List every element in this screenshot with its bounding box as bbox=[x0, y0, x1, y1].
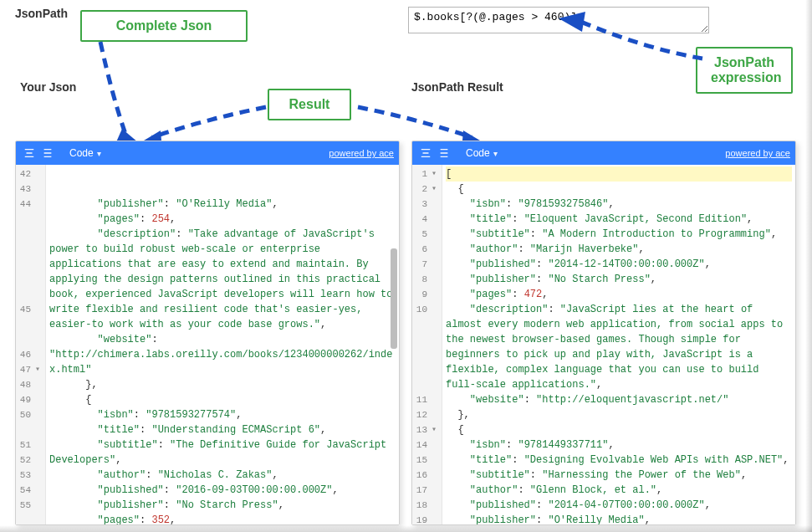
right-editor[interactable]: 1▾2▾345678910111213▾1415161718192021 [ {… bbox=[412, 165, 795, 524]
expand-icon[interactable] bbox=[21, 145, 38, 161]
right-editor-panel: Code powered by ace 1▾2▾345678910111213▾… bbox=[411, 141, 796, 525]
gutter-line: 3 bbox=[414, 197, 437, 212]
arrow-complete-to-left bbox=[79, 37, 146, 154]
gutter-line: 17 bbox=[414, 483, 437, 498]
callout-expression: JsonPath expression bbox=[696, 47, 793, 94]
expand-icon[interactable] bbox=[417, 145, 434, 161]
code-line[interactable]: "subtitle": "Harnessing the Power of the… bbox=[446, 468, 792, 483]
gutter-line: 1▾ bbox=[414, 166, 437, 182]
gutter-line: 55 bbox=[18, 498, 40, 525]
powered-by-link[interactable]: powered by ace bbox=[329, 148, 394, 158]
gutter-line: 5 bbox=[414, 227, 437, 242]
gutter-line: 2▾ bbox=[414, 182, 437, 197]
gutter-line: 51 bbox=[18, 437, 40, 453]
left-editor-panel: Code powered by ace 424344454647▾4849505… bbox=[15, 141, 400, 525]
gutter-line: 12 bbox=[414, 407, 437, 422]
gutter-line: 19 bbox=[414, 513, 437, 525]
code-line[interactable]: "title": "Designing Evolvable Web APIs w… bbox=[446, 453, 792, 468]
jsonpath-input[interactable] bbox=[408, 7, 709, 33]
code-line[interactable]: "website": "http://chimera.labs.oreilly.… bbox=[49, 332, 396, 377]
right-toolbar: Code powered by ace bbox=[412, 141, 795, 165]
left-editor[interactable]: 424344454647▾4849505152535455 "publisher… bbox=[16, 165, 399, 524]
gutter-line: 42 bbox=[18, 166, 40, 182]
gutter-line: 8 bbox=[414, 272, 437, 287]
gutter-line: 10 bbox=[414, 302, 437, 392]
right-content[interactable]: [ { "isbn": "9781593275846", "title": "E… bbox=[442, 165, 795, 524]
gutter-line: 50 bbox=[18, 407, 40, 437]
code-line[interactable]: "author": "Nicholas C. Zakas", bbox=[49, 468, 396, 483]
code-line[interactable]: "subtitle": "A Modern Introduction to Pr… bbox=[446, 227, 792, 242]
gutter-line: 4 bbox=[414, 212, 437, 227]
code-line[interactable]: "pages": 472, bbox=[446, 287, 792, 302]
code-line[interactable]: { bbox=[446, 182, 792, 197]
left-content[interactable]: "publisher": "O'Reilly Media", "pages": … bbox=[46, 165, 399, 524]
gutter-line: 18 bbox=[414, 498, 437, 513]
gutter-line: 15 bbox=[414, 453, 437, 468]
scrollbar-thumb[interactable] bbox=[391, 248, 397, 349]
your-json-label: Your Json bbox=[20, 80, 76, 94]
code-line[interactable]: "subtitle": "The Definitive Guide for Ja… bbox=[49, 437, 396, 468]
collapse-icon[interactable] bbox=[436, 145, 452, 161]
mode-dropdown[interactable]: Code bbox=[466, 147, 498, 159]
code-line[interactable]: "author": "Glenn Block, et al.", bbox=[446, 483, 792, 498]
code-line[interactable]: "website": "http://eloquentjavascript.ne… bbox=[446, 392, 792, 407]
powered-by-link[interactable]: powered by ace bbox=[725, 148, 790, 158]
gutter-line: 14 bbox=[414, 437, 437, 453]
gutter-line: 13▾ bbox=[414, 422, 437, 437]
left-gutter: 424344454647▾4849505152535455 bbox=[16, 165, 46, 524]
code-line[interactable]: "title": "Eloquent JavaScript, Second Ed… bbox=[446, 212, 792, 227]
left-toolbar: Code powered by ace bbox=[16, 141, 399, 165]
gutter-line: 47▾ bbox=[18, 362, 40, 377]
code-line[interactable]: "author": "Marijn Haverbeke", bbox=[446, 242, 792, 257]
code-line[interactable]: "isbn": "9781593277574", bbox=[49, 407, 396, 422]
code-line[interactable]: "isbn": "9781449337711", bbox=[446, 437, 792, 453]
code-line[interactable]: "pages": 352, bbox=[49, 513, 396, 524]
gutter-line: 49 bbox=[18, 392, 40, 407]
gutter-line: 43 bbox=[18, 182, 40, 197]
code-line[interactable]: "publisher": "No Starch Press", bbox=[446, 272, 792, 287]
gutter-line: 16 bbox=[414, 468, 437, 483]
code-line[interactable]: [ bbox=[446, 166, 792, 182]
gutter-line: 11 bbox=[414, 392, 437, 407]
code-line[interactable]: "publisher": "No Starch Press", bbox=[49, 498, 396, 513]
code-line[interactable]: }, bbox=[49, 377, 396, 392]
code-line[interactable]: "description": "Take advantage of JavaSc… bbox=[49, 227, 396, 332]
code-line[interactable]: { bbox=[49, 392, 396, 407]
mode-dropdown[interactable]: Code bbox=[69, 147, 101, 159]
code-line[interactable]: "publisher": "O'Reilly Media", bbox=[446, 513, 792, 524]
callout-complete-json: Complete Json bbox=[80, 10, 248, 42]
gutter-line: 46 bbox=[18, 347, 40, 362]
code-line[interactable]: "published": "2014-12-14T00:00:00.000Z", bbox=[446, 257, 792, 272]
code-line[interactable]: { bbox=[446, 422, 792, 437]
gutter-line: 7 bbox=[414, 257, 437, 272]
code-line[interactable]: "title": "Understanding ECMAScript 6", bbox=[49, 422, 396, 437]
code-line[interactable]: }, bbox=[446, 407, 792, 422]
gutter-line: 6 bbox=[414, 242, 437, 257]
code-line[interactable]: "publisher": "O'Reilly Media", bbox=[49, 197, 396, 212]
code-line[interactable]: "description": "JavaScript lies at the h… bbox=[446, 302, 792, 392]
callout-result: Result bbox=[268, 89, 351, 120]
code-line[interactable]: "published": "2014-04-07T00:00:00.000Z", bbox=[446, 498, 792, 513]
right-gutter: 1▾2▾345678910111213▾1415161718192021 bbox=[412, 165, 442, 524]
gutter-line: 52 bbox=[18, 453, 40, 468]
code-line[interactable]: "isbn": "9781593275846", bbox=[446, 197, 792, 212]
gutter-line: 9 bbox=[414, 287, 437, 302]
gutter-line: 54 bbox=[18, 483, 40, 498]
gutter-line: 44 bbox=[18, 197, 40, 302]
page-shadow bbox=[805, 0, 812, 532]
code-line[interactable]: "published": "2016-09-03T00:00:00.000Z", bbox=[49, 483, 396, 498]
result-label: JsonPath Result bbox=[411, 80, 503, 94]
gutter-line: 48 bbox=[18, 377, 40, 392]
code-line[interactable]: "pages": 254, bbox=[49, 212, 396, 227]
gutter-line: 53 bbox=[18, 468, 40, 483]
bottom-shadow bbox=[0, 525, 812, 532]
gutter-line: 45 bbox=[18, 302, 40, 347]
collapse-icon[interactable] bbox=[39, 145, 56, 161]
